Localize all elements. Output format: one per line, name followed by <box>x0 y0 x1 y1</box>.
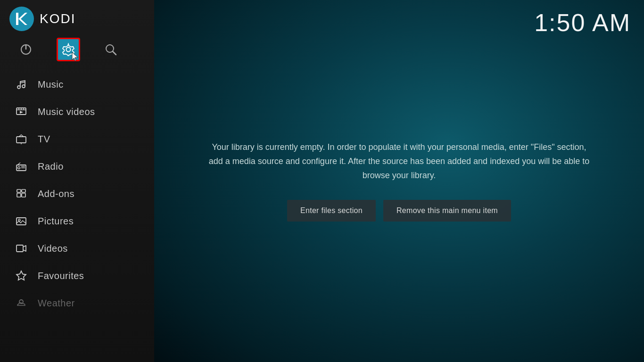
svg-line-8 <box>113 51 116 55</box>
svg-rect-1 <box>16 13 18 25</box>
svg-line-11 <box>20 82 25 83</box>
pictures-label: Pictures <box>38 216 74 227</box>
svg-rect-18 <box>17 137 26 143</box>
enter-files-button[interactable]: Enter files section <box>287 200 376 222</box>
library-empty-panel: Your library is currently empty. In orde… <box>154 0 644 362</box>
app-title: KODI <box>40 11 75 26</box>
weather-label: Weather <box>38 298 75 309</box>
sidebar-item-addons[interactable]: Add-ons <box>0 180 154 207</box>
svg-point-0 <box>9 7 34 31</box>
search-button[interactable] <box>99 38 123 61</box>
sidebar-item-weather[interactable]: Weather <box>0 289 154 317</box>
svg-rect-28 <box>17 189 21 192</box>
sidebar-item-tv[interactable]: TV <box>0 125 154 153</box>
main-content: 1:50 AM Your library is currently empty.… <box>154 0 644 362</box>
svg-point-5 <box>66 48 71 52</box>
star-icon <box>14 269 28 283</box>
videos-icon <box>14 241 28 255</box>
sidebar-item-pictures[interactable]: Pictures <box>0 207 154 235</box>
svg-point-10 <box>22 85 25 88</box>
app-header: KODI <box>0 0 154 38</box>
sidebar-item-favourites[interactable]: Favourites <box>0 262 154 289</box>
svg-rect-29 <box>22 189 25 192</box>
music-video-icon <box>14 105 28 119</box>
favourites-label: Favourites <box>38 271 84 281</box>
weather-icon <box>14 296 28 310</box>
radio-label: Radio <box>38 161 64 172</box>
svg-rect-27 <box>22 193 25 197</box>
tv-icon <box>14 132 28 146</box>
radio-icon <box>14 159 28 173</box>
settings-button[interactable] <box>57 38 80 61</box>
search-icon <box>105 43 117 56</box>
sidebar-item-music[interactable]: Music <box>0 71 154 98</box>
sidebar-item-music-videos[interactable]: Music videos <box>0 98 154 125</box>
svg-rect-32 <box>17 245 23 252</box>
main-menu: Music Music videos <box>0 71 154 362</box>
addons-label: Add-ons <box>38 189 74 199</box>
sidebar-item-videos[interactable]: Videos <box>0 235 154 262</box>
music-videos-label: Music videos <box>38 107 95 117</box>
remove-menu-item-button[interactable]: Remove this main menu item <box>383 200 511 222</box>
tv-label: TV <box>38 134 50 145</box>
action-buttons-group: Enter files section Remove this main men… <box>287 200 511 222</box>
settings-icon <box>62 43 75 56</box>
kodi-logo-icon <box>9 7 34 31</box>
pictures-icon <box>14 214 28 228</box>
sidebar-item-radio[interactable]: Radio <box>0 153 154 180</box>
clock-display: 1:50 AM <box>534 8 631 37</box>
svg-rect-30 <box>17 218 26 225</box>
music-icon <box>14 77 28 91</box>
svg-marker-33 <box>17 271 26 280</box>
top-icon-bar <box>0 38 154 61</box>
svg-rect-26 <box>17 193 21 197</box>
empty-library-message: Your library is currently empty. In orde… <box>206 140 593 182</box>
sidebar: KODI <box>0 0 154 362</box>
svg-point-22 <box>18 167 20 169</box>
power-button[interactable] <box>14 38 38 61</box>
svg-marker-17 <box>20 111 23 114</box>
music-label: Music <box>38 79 64 90</box>
videos-label: Videos <box>38 243 68 254</box>
power-icon <box>20 43 32 56</box>
svg-point-9 <box>17 86 20 89</box>
addons-icon <box>14 187 28 201</box>
